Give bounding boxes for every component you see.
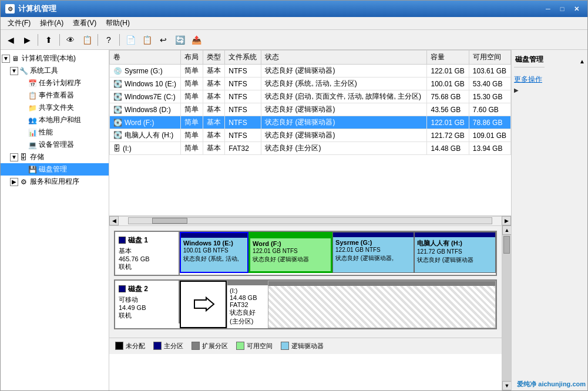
disk-visual-scrollbar[interactable]: ▲ ▼ — [502, 225, 511, 391]
table-row[interactable]: 💽电脑人人有 (H:) 简单 基本 NTFS 状态良好 (逻辑驱动器) 121.… — [110, 129, 511, 142]
disk1-icon — [119, 237, 126, 244]
scroll-left-btn[interactable]: ◀ — [109, 216, 119, 225]
legend-primary-label: 主分区 — [164, 342, 183, 350]
partition-sysrme-detail2: 状态良好 (逻辑驱动器, — [335, 254, 411, 262]
col-fs[interactable]: 文件系统 — [225, 50, 261, 65]
tree-shared-folders[interactable]: 📁 共享文件夹 — [1, 102, 109, 114]
export-button[interactable]: 📤 — [189, 32, 204, 48]
help-button[interactable]: ? — [101, 32, 116, 48]
tree-services-expand[interactable]: ▶ — [10, 178, 18, 186]
tree-device-manager[interactable]: 💻 设备管理器 — [1, 139, 109, 151]
tree-disk-management[interactable]: 💾 磁盘管理 — [1, 163, 109, 176]
tree-storage[interactable]: ▼ 🗄 存储 — [1, 151, 109, 163]
cell-layout: 简单 — [181, 116, 203, 129]
cell-vol: 💽Word (F:) — [110, 116, 181, 129]
cell-type: 基本 — [203, 77, 224, 90]
watermark: 爱纯净 aichunjing.com — [517, 380, 586, 389]
tree-services-label: 服务和应用程序 — [30, 177, 79, 187]
disk2-name: 磁盘 2 — [119, 284, 175, 294]
disk2-drive-detail1: 14.48 GB FAT32 — [230, 294, 266, 308]
tree-services[interactable]: ▶ ⚙ 服务和应用程序 — [1, 176, 109, 188]
tree-root[interactable]: ▼ 🖥 计算机管理(本地) — [1, 52, 109, 65]
scroll-right-btn[interactable]: ▶ — [502, 216, 511, 225]
close-button[interactable]: ✕ — [570, 4, 583, 14]
horizontal-scrollbar[interactable]: ◀ ▶ — [109, 216, 511, 225]
menu-action[interactable]: 操作(A) — [35, 17, 68, 29]
cell-status: 状态良好 (主分区) — [261, 142, 427, 155]
cell-vol: 💽Windows7E (C:) — [110, 90, 181, 103]
partition-word[interactable]: Word (F:) 122.01 GB NTFS 状态良好 (逻辑驱动器 — [248, 232, 332, 273]
partition-word-detail2: 状态良好 (逻辑驱动器 — [253, 255, 328, 264]
undo-button[interactable]: ↩ — [156, 32, 171, 48]
paste-button[interactable]: 📋 — [139, 32, 154, 48]
refresh-button[interactable]: 🔄 — [172, 32, 187, 48]
up-button[interactable]: ⬆ — [41, 32, 56, 48]
app-icon: ⚙ — [5, 4, 15, 14]
col-status[interactable]: 状态 — [261, 50, 427, 65]
disk-visual-area: 磁盘 1 基本 465.76 GB 联机 — [109, 225, 502, 338]
disk2-striped — [268, 281, 496, 328]
tree-system-tools[interactable]: ▼ 🔧 系统工具 — [1, 65, 109, 77]
actions-sort-icon[interactable]: ▲ — [579, 58, 585, 65]
title-bar-left: ⚙ 计算机管理 — [5, 4, 56, 14]
back-button[interactable]: ◀ — [3, 32, 18, 48]
tree-storage-expand[interactable]: ▼ — [10, 153, 18, 161]
col-free[interactable]: 可用空间 — [469, 50, 510, 65]
scroll-track-vertical[interactable] — [502, 235, 511, 382]
forward-button[interactable]: ▶ — [19, 32, 35, 48]
legend-extended-label: 扩展分区 — [202, 342, 228, 350]
tree-event-viewer[interactable]: 📋 事件查看器 — [1, 89, 109, 102]
table-row[interactable]: 💽Windows 10 (E:) 简单 基本 NTFS 状态良好 (系统, 活动… — [110, 77, 511, 90]
table-row[interactable]: 🗄(I:) 简单 基本 FAT32 状态良好 (主分区) 14.48 GB 13… — [110, 142, 511, 155]
disk2-label-block[interactable]: (I:) 14.48 GB FAT32 状态良好 (主分区) — [227, 281, 268, 328]
partition-sysrme-name: Sysrme (G:) — [335, 239, 411, 246]
cell-vol: 🗄(I:) — [110, 142, 181, 155]
properties-button[interactable]: 📋 — [79, 32, 95, 48]
legend-free: 可用空间 — [236, 342, 273, 350]
more-actions-link[interactable]: 更多操作 — [514, 73, 585, 86]
menu-view[interactable]: 查看(V) — [68, 17, 101, 29]
tree-system-tools-expand[interactable]: ▼ — [10, 67, 18, 75]
tree-performance-label: 性能 — [39, 127, 53, 137]
col-type[interactable]: 类型 — [203, 50, 224, 65]
partition-win10-detail1: 100.01 GB NTFS — [183, 247, 245, 255]
minimize-button[interactable]: ─ — [542, 4, 555, 14]
maximize-button[interactable]: □ — [556, 4, 569, 14]
menu-file[interactable]: 文件(F) — [3, 17, 35, 29]
computer-icon: 🖥 — [11, 54, 20, 63]
col-layout[interactable]: 布局 — [181, 50, 203, 65]
partition-sysrme[interactable]: Sysrme (G:) 122.01 GB NTFS 状态良好 (逻辑驱动器, — [332, 232, 414, 273]
legend-free-label: 可用空间 — [247, 342, 273, 350]
disk2-info: 磁盘 2 可移动 14.49 GB 联机 — [115, 281, 180, 323]
partition-diannao-detail2: 状态良好 (逻辑驱动器 — [417, 256, 493, 264]
table-row[interactable]: 💿Sysrme (G:) 简单 基本 NTFS 状态良好 (逻辑驱动器) 122… — [110, 65, 511, 77]
legend-logical-label: 逻辑驱动器 — [291, 342, 324, 350]
scroll-track[interactable] — [128, 217, 492, 224]
show-hide-button[interactable]: 👁 — [63, 32, 78, 48]
tree-disk-management-label: 磁盘管理 — [39, 164, 67, 174]
table-row[interactable]: 💽Windows7E (C:) 简单 基本 NTFS 状态良好 (启动, 页面文… — [110, 90, 511, 103]
cell-fs: NTFS — [225, 77, 261, 90]
table-row[interactable]: 💽Windows8 (D:) 简单 基本 NTFS 状态良好 (逻辑驱动器) 4… — [110, 103, 511, 116]
partition-windows10[interactable]: Windows 10 (E:) 100.01 GB NTFS 状态良好 (系统,… — [180, 232, 248, 273]
menu-bar: 文件(F) 操作(A) 查看(V) 帮助(H) — [1, 17, 587, 30]
menu-help[interactable]: 帮助(H) — [101, 17, 135, 29]
scroll-down-btn[interactable]: ▼ — [502, 381, 511, 390]
table-row[interactable]: 💽Word (F:) 简单 基本 NTFS 状态良好 (逻辑驱动器) 122.0… — [110, 116, 511, 129]
col-vol[interactable]: 卷 — [110, 50, 181, 65]
performance-icon: 📊 — [28, 128, 37, 137]
copy-button[interactable]: 📄 — [123, 32, 138, 48]
col-capacity[interactable]: 容量 — [427, 50, 469, 65]
cell-status: 状态良好 (逻辑驱动器) — [261, 103, 427, 116]
partition-arrow-block[interactable] — [180, 281, 227, 328]
cell-free: 53.40 GB — [469, 77, 510, 90]
tree-local-users[interactable]: 👥 本地用户和组 — [1, 114, 109, 126]
scroll-up-btn[interactable]: ▲ — [502, 225, 511, 235]
tree-root-expand[interactable]: ▼ — [2, 55, 10, 63]
scroll-thumb-vertical[interactable] — [503, 236, 510, 254]
cell-capacity: 14.48 GB — [427, 142, 469, 155]
tree-task-scheduler[interactable]: 📅 任务计划程序 — [1, 77, 109, 89]
scroll-thumb[interactable] — [152, 218, 187, 224]
partition-diannao[interactable]: 电脑人人有 (H:) 121.72 GB NTFS 状态良好 (逻辑驱动器 — [414, 232, 496, 273]
tree-performance[interactable]: 📊 性能 — [1, 126, 109, 139]
